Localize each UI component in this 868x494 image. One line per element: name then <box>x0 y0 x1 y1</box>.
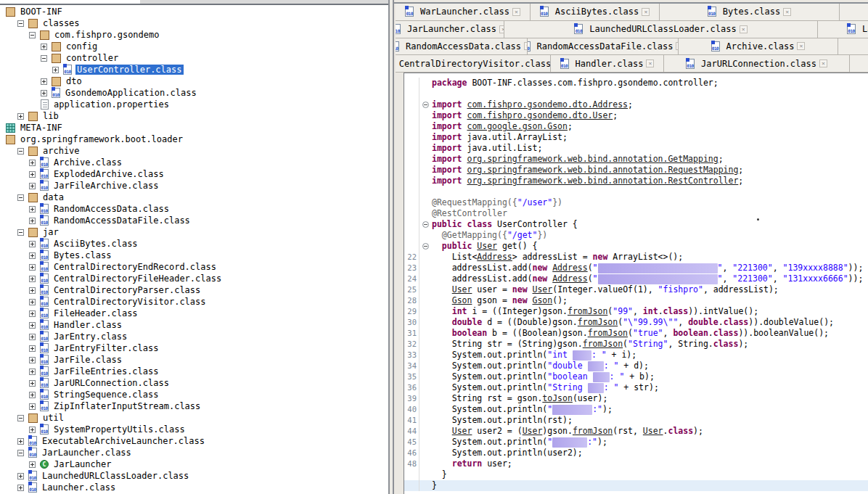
tree-item[interactable]: JarEntryFilter.class <box>0 342 388 354</box>
expand-icon[interactable] <box>29 171 36 178</box>
tab-jarlauncher-class[interactable]: JarLauncher.class✕ <box>396 21 504 38</box>
expand-icon[interactable] <box>17 438 24 445</box>
tab-randomaccessdata-class[interactable]: RandomAccessData.class✕ <box>396 38 528 55</box>
tree-item[interactable]: jar <box>0 226 388 238</box>
code-link[interactable]: com.fishpro.gsondemo.dto.User <box>467 110 613 120</box>
code-link[interactable]: org.springframework.web.bind.annotation.… <box>467 165 738 175</box>
close-tab-icon[interactable]: ✕ <box>797 42 805 50</box>
expand-icon[interactable] <box>29 461 36 468</box>
collapse-icon[interactable] <box>29 32 36 38</box>
expand-icon[interactable] <box>29 392 36 398</box>
tree-item[interactable]: JarFileEntries.class <box>0 366 388 377</box>
tree-item[interactable]: dto <box>0 75 388 87</box>
tree-item[interactable]: com.fishpro.gsondemo <box>0 29 388 41</box>
tree-item[interactable]: data <box>0 192 388 203</box>
expand-icon[interactable] <box>29 287 36 294</box>
expand-icon[interactable] <box>29 380 36 387</box>
code-link[interactable]: Address <box>552 263 587 273</box>
code-link[interactable]: fromJson <box>583 339 623 349</box>
expand-icon[interactable] <box>29 334 36 340</box>
tree-item[interactable]: AsciiBytes.class <box>0 238 388 250</box>
expand-icon[interactable] <box>41 78 47 85</box>
code-link[interactable]: Gson <box>533 295 553 305</box>
code-link[interactable]: org.springframework.web.bind.annotation.… <box>467 154 718 164</box>
expand-icon[interactable] <box>52 67 59 73</box>
expand-icon[interactable] <box>29 357 36 363</box>
code-link[interactable]: com.google.gson.Gson <box>467 121 567 131</box>
tree-item[interactable]: CJarLauncher <box>0 458 388 470</box>
tree-item[interactable]: CentralDirectoryVisitor.class <box>0 296 388 308</box>
tree-item[interactable]: JarFile.class <box>0 354 388 366</box>
expand-icon[interactable] <box>29 183 36 189</box>
tree-item[interactable]: org.springframework.boot.loader <box>0 133 388 145</box>
expand-icon[interactable] <box>29 160 36 166</box>
tree-item[interactable]: classes <box>0 17 388 29</box>
expand-icon[interactable] <box>29 369 36 375</box>
expand-icon[interactable] <box>29 345 36 352</box>
tab-launchedurlclassloader-class[interactable]: LaunchedURLClassLoader.class✕ <box>504 21 818 38</box>
code-link[interactable]: Address <box>552 273 587 284</box>
tree-item[interactable]: FileHeader.class <box>0 308 388 319</box>
tree-item[interactable]: config <box>0 41 388 52</box>
code-link[interactable]: org.springframework.web.bind.annotation.… <box>467 176 738 186</box>
code-link[interactable]: Address <box>477 252 512 262</box>
tree-item[interactable]: CentralDirectoryFileHeader.class <box>0 273 388 284</box>
expand-icon[interactable] <box>29 310 36 317</box>
close-tab-icon[interactable]: ✕ <box>512 8 520 16</box>
tab-randomaccessdatafile-class[interactable]: RandomAccessDataFile.class✕ <box>528 38 679 55</box>
expand-icon[interactable] <box>29 276 36 282</box>
code-link[interactable]: User <box>643 426 663 436</box>
tree-item[interactable]: CentralDirectoryEndRecord.class <box>0 261 388 273</box>
expand-icon[interactable] <box>29 264 36 271</box>
expand-icon[interactable] <box>17 473 24 479</box>
expand-icon[interactable] <box>29 241 36 247</box>
expand-icon[interactable] <box>17 485 24 491</box>
close-tab-icon[interactable]: ✕ <box>642 8 650 16</box>
tab-jarurlconnection-class[interactable]: JarURLConnection.class✕ <box>664 55 850 72</box>
expand-icon[interactable] <box>41 90 47 96</box>
tab-warlauncher-class[interactable]: WarLauncher.class✕ <box>396 4 531 20</box>
tree-item[interactable]: lib <box>0 110 388 122</box>
code-link[interactable]: User <box>533 284 553 295</box>
tree-item[interactable]: Archive.class <box>0 157 388 168</box>
expand-icon[interactable] <box>29 403 36 410</box>
code-link[interactable]: fromJson <box>573 426 613 436</box>
tab-bytes-class[interactable]: Bytes.class✕ <box>660 4 840 20</box>
tree-item[interactable]: LaunchedURLClassLoader.class <box>0 470 388 482</box>
code-link[interactable]: User <box>477 241 497 251</box>
tree-item[interactable]: ExplodedArchive.class <box>0 168 388 180</box>
close-tab-icon[interactable]: ✕ <box>499 25 504 33</box>
tree-item[interactable]: ExecutableArchiveLauncher.class <box>0 435 388 447</box>
expand-icon[interactable] <box>41 44 47 50</box>
tree-item[interactable]: JarLauncher.class <box>0 447 388 458</box>
tree-item[interactable]: Handler.class <box>0 319 388 331</box>
code-link[interactable]: fromJson <box>568 306 607 316</box>
tree-item[interactable]: application.properties <box>0 99 388 110</box>
expand-icon[interactable] <box>29 252 36 259</box>
tree-item[interactable]: JarFileArchive.class <box>0 180 388 192</box>
code-link[interactable]: com.fishpro.gsondemo.dto.Address <box>467 99 628 110</box>
tree-item[interactable]: GsondemoApplication.class <box>0 87 388 99</box>
tree-item[interactable]: archive <box>0 145 388 157</box>
fold-collapse-icon[interactable] <box>422 221 429 228</box>
tree-item[interactable]: RandomAccessData.class <box>0 203 388 215</box>
tree-item[interactable]: BOOT-INF <box>0 6 388 17</box>
tree-item[interactable]: JarEntry.class <box>0 331 388 342</box>
fold-collapse-icon[interactable] <box>422 243 429 250</box>
expand-icon[interactable] <box>29 427 36 433</box>
collapse-icon[interactable] <box>17 229 24 236</box>
code-editor[interactable]: package BOOT-INF.classes.com.fishpro.gso… <box>404 73 868 494</box>
close-tab-icon[interactable]: ✕ <box>646 59 654 67</box>
tree-item[interactable]: controller <box>0 52 388 64</box>
code-link[interactable]: fromJson <box>578 317 618 327</box>
code-link[interactable]: toJson <box>542 393 573 403</box>
code-link[interactable]: User <box>452 426 472 436</box>
tree-item[interactable]: RandomAccessDataFile.class <box>0 215 388 226</box>
collapse-icon[interactable] <box>41 55 47 62</box>
tree-item[interactable]: Bytes.class <box>0 250 388 261</box>
tree-item[interactable]: StringSequence.class <box>0 389 388 400</box>
tab-archive-class[interactable]: Archive.class✕ <box>679 38 838 55</box>
tab-handler-class[interactable]: Handler.class✕ <box>551 55 664 72</box>
tree-item[interactable]: SystemPropertyUtils.class <box>0 424 388 435</box>
code-link[interactable]: User <box>523 426 543 436</box>
